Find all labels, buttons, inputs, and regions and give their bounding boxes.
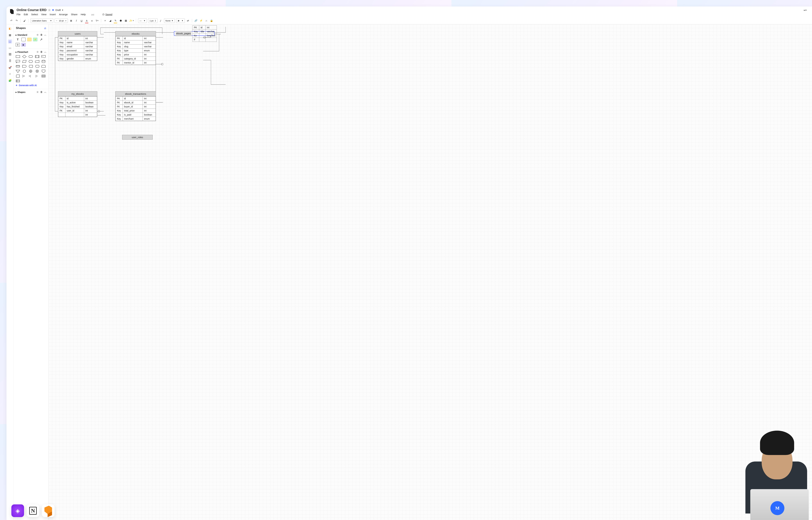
entity-cell[interactable] (205, 37, 217, 42)
entity-cell[interactable]: boolean (143, 113, 156, 117)
rail-ai-icon[interactable]: ✧ (8, 72, 12, 76)
entity-cell[interactable]: int (84, 36, 97, 41)
fc-database[interactable] (41, 60, 46, 63)
entity-cell[interactable]: id (123, 97, 143, 101)
entity-cell[interactable]: id (123, 36, 143, 41)
entity-cell[interactable]: PK (116, 97, 123, 101)
entity-cell[interactable]: varchar (143, 45, 156, 49)
entity-users[interactable]: users PKidintKeynamevarcharKeyemailvarch… (58, 31, 97, 61)
align-button[interactable]: ≡ (90, 19, 94, 23)
entity-cell[interactable]: user_id (65, 109, 84, 113)
font-family-select[interactable]: Liberation Sans▼ (31, 18, 53, 23)
entity-cell[interactable]: category_id (123, 57, 143, 61)
entity-ebook-pages[interactable]: ebook_pages PKidintKeytitlevarcharKelong… (174, 31, 215, 36)
entity-ebooks[interactable]: ebooks PKidintKeynamevarcharKeyslugvarch… (115, 31, 156, 65)
entity-cell[interactable]: Key (116, 113, 123, 117)
entity-cell[interactable] (199, 33, 205, 37)
fc-document[interactable] (41, 55, 46, 58)
font-size-stepper[interactable]: − 10 pt + (55, 18, 68, 23)
fill-target-button[interactable]: ⌖ (103, 19, 107, 23)
line-width-stepper[interactable]: 1 px▲▼ (148, 18, 158, 23)
entity-cell[interactable]: slug (123, 45, 143, 49)
menu-share[interactable]: Share (71, 13, 78, 16)
fc-card[interactable] (16, 74, 20, 78)
line-style-select[interactable]: —▼ (138, 18, 147, 23)
entity-cell[interactable]: id (65, 36, 84, 41)
entity-cell[interactable]: mentor_id (123, 61, 143, 65)
entity-cell[interactable]: varchar (84, 41, 97, 45)
entity-cell[interactable]: int (84, 113, 97, 117)
entity-cell[interactable]: title (199, 29, 205, 33)
endpoint-left-select[interactable]: None▼ (164, 18, 175, 23)
undo-button[interactable]: ↶ (9, 19, 13, 23)
entity-cell[interactable]: boolean (84, 105, 97, 109)
decrease-size[interactable]: − (56, 20, 57, 22)
fc-connector[interactable] (22, 69, 27, 73)
entity-cell[interactable]: email (65, 45, 84, 49)
entity-cell[interactable]: F (193, 37, 199, 42)
entity-cell[interactable]: password (65, 49, 84, 53)
menu-file[interactable]: File (17, 13, 21, 16)
fc-stored[interactable] (28, 64, 33, 68)
entity-cell[interactable]: id (199, 25, 205, 29)
entity-cell[interactable] (58, 113, 65, 117)
shape-media[interactable]: ▶ (22, 43, 26, 47)
saved-label[interactable]: Saved (105, 13, 112, 16)
section-shapes-title[interactable]: Shapes (18, 91, 26, 94)
underline-button[interactable]: U (80, 19, 83, 23)
entity-my-ebooks[interactable]: my_ebooks PKidintKeyis_activebooleanKeyh… (58, 91, 97, 117)
action-button[interactable]: ⚡ (199, 19, 203, 23)
endpoint-right-select[interactable]: ➤▼ (176, 18, 185, 23)
entity-cell[interactable]: buyer_id (123, 105, 143, 109)
fc-merge[interactable] (16, 69, 20, 73)
fc-callout[interactable] (16, 60, 20, 63)
entity-cell[interactable]: occupation (65, 53, 84, 57)
bold-button[interactable]: B (69, 19, 73, 23)
entity-cell[interactable]: Key (58, 53, 65, 57)
app-logo[interactable] (10, 9, 13, 14)
fc-storage[interactable] (16, 64, 20, 68)
rail-shapes-icon[interactable]: ◫ (8, 39, 12, 44)
link-button[interactable]: 🔗 (194, 19, 198, 23)
fc-process[interactable] (16, 55, 20, 58)
rail-lucid-icon[interactable]: ◧ (8, 26, 12, 30)
entity-cell[interactable]: int (205, 25, 217, 29)
generate-with-ai-button[interactable]: ✦ Generate with AI (16, 83, 47, 87)
fill-color-button[interactable]: ◢ (108, 19, 112, 23)
entity-cell[interactable]: ebook_id (123, 101, 143, 105)
entity-cell[interactable]: varchar (84, 45, 97, 49)
entity-cell[interactable]: Key (116, 109, 123, 113)
collapse-icon[interactable]: ︿ (44, 33, 47, 36)
entity-cell[interactable]: Key (116, 41, 123, 45)
entity-cell[interactable]: PK (116, 36, 123, 41)
swap-endpoints-button[interactable]: ⇄ (186, 19, 190, 23)
text-color-button[interactable]: A (85, 19, 89, 23)
fc-decision[interactable] (22, 55, 27, 58)
entity-cell[interactable]: int (143, 57, 156, 61)
entity-cell[interactable]: FK (116, 105, 123, 109)
entity-cell[interactable]: total_price (123, 109, 143, 113)
section-flowchart-title[interactable]: Flowchart (18, 51, 28, 53)
trash-icon[interactable]: 🗑 (40, 91, 43, 94)
shape-note[interactable] (27, 38, 31, 41)
fc-prep[interactable] (28, 60, 33, 63)
fc-terminator[interactable] (28, 55, 33, 58)
entity-cell[interactable]: enum (143, 49, 156, 53)
magnet-button[interactable]: ∩ (204, 19, 208, 23)
entity-cell[interactable]: Key (58, 41, 65, 45)
entity-cell[interactable]: varchar (84, 53, 97, 57)
border-color-button[interactable]: ✎ (113, 19, 117, 23)
menu-edit[interactable]: Edit (24, 13, 28, 16)
italic-button[interactable]: I (74, 19, 78, 23)
shape-rectangle[interactable] (22, 38, 26, 41)
redo-button[interactable]: ↷ (15, 19, 19, 23)
rail-containers-icon[interactable]: ▭ (8, 46, 12, 50)
entity-cell[interactable]: gender (65, 57, 84, 61)
collapse-icon[interactable]: ︿ (44, 91, 47, 94)
increase-size[interactable]: + (65, 20, 66, 22)
shape-text[interactable]: T (16, 38, 20, 41)
image-adjust-button[interactable]: ▦ (124, 19, 128, 23)
entity-user-roles[interactable]: user_roles (122, 135, 153, 139)
fc-swim[interactable] (16, 79, 20, 83)
pin-icon[interactable]: ☆ (36, 33, 39, 36)
